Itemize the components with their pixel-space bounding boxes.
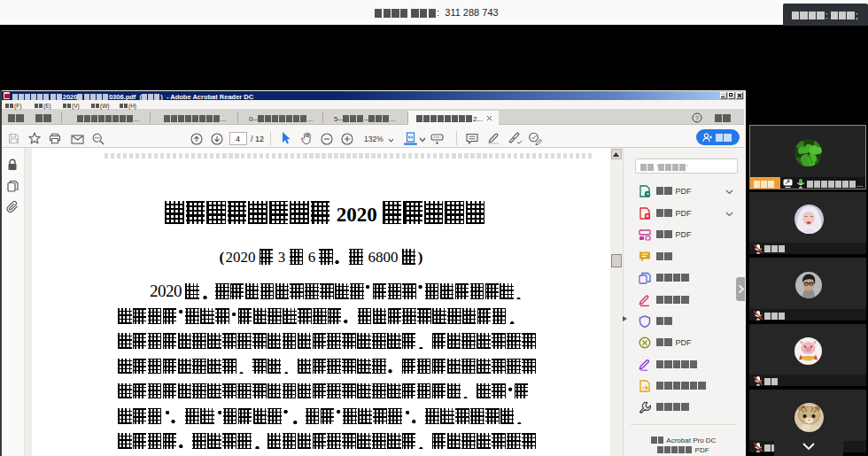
svg-text:?: ? xyxy=(695,115,699,121)
